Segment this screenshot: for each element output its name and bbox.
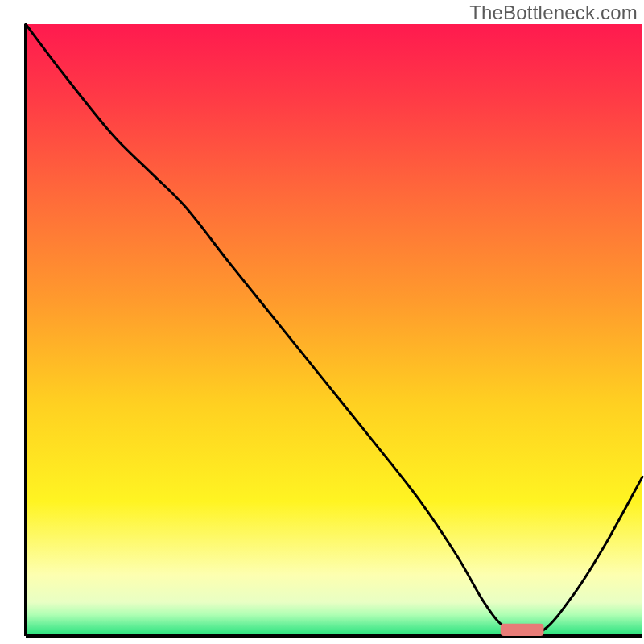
watermark-text: TheBottleneck.com (469, 2, 638, 24)
chart-container: TheBottleneck.com (0, 0, 644, 644)
bottleneck-chart (0, 0, 644, 644)
optimal-marker (501, 624, 544, 636)
chart-background-gradient (26, 24, 642, 636)
